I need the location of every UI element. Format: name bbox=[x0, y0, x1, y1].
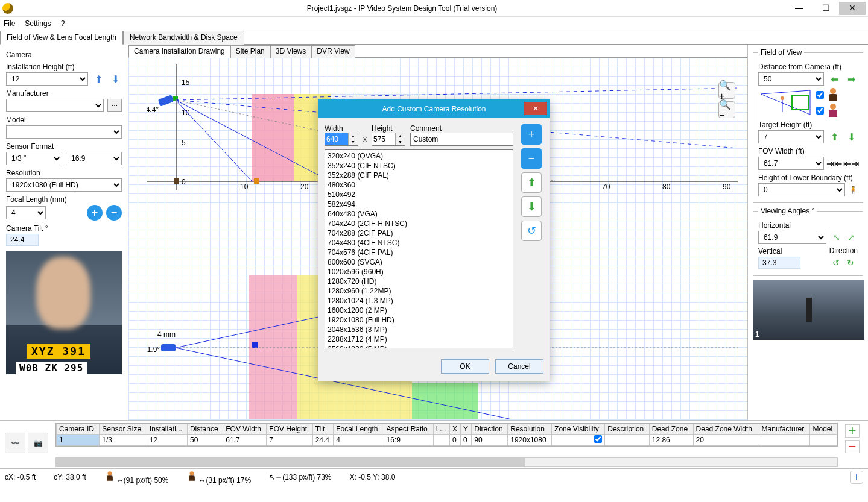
resolution-option[interactable]: 352x240 (CIF NTSC) bbox=[328, 161, 510, 171]
table-cell[interactable]: 61.7 bbox=[223, 435, 267, 446]
width-spinner[interactable]: ▲▼ bbox=[325, 133, 358, 146]
table-header[interactable]: Direction bbox=[472, 424, 508, 435]
table-cell[interactable]: 16:9 bbox=[384, 435, 433, 446]
lower-boundary-select[interactable]: 0 bbox=[758, 183, 845, 196]
resolution-listbox[interactable]: 320x240 (QVGA)352x240 (CIF NTSC)352x288 … bbox=[325, 149, 513, 348]
table-header[interactable]: Aspect Ratio bbox=[384, 424, 433, 435]
dialog-reset-button[interactable]: ↺ bbox=[521, 221, 542, 241]
resolution-option[interactable]: 704x480 (4CIF NTSC) bbox=[328, 238, 510, 248]
show-woman-checkbox[interactable] bbox=[816, 107, 824, 115]
height-up-arrow-icon[interactable]: ⬆ bbox=[92, 72, 105, 86]
table-cell[interactable]: 0 bbox=[461, 435, 472, 446]
resolution-option[interactable]: 704x288 (2CIF PAL) bbox=[328, 228, 510, 238]
cancel-button[interactable]: Cancel bbox=[495, 359, 543, 374]
table-header[interactable]: Y bbox=[461, 424, 472, 435]
table-cell[interactable]: 7 bbox=[267, 435, 312, 446]
table-cell[interactable]: 12.86 bbox=[649, 435, 693, 446]
table-cell[interactable]: 1/3 bbox=[100, 435, 147, 446]
table-header[interactable]: Zone Visibility bbox=[552, 424, 605, 435]
table-cell[interactable]: 4 bbox=[334, 435, 384, 446]
target-height-select[interactable]: 7 bbox=[758, 130, 824, 143]
table-header[interactable]: X bbox=[450, 424, 461, 435]
comment-input[interactable] bbox=[410, 133, 513, 146]
subtab-3dviews[interactable]: 3D Views bbox=[270, 45, 311, 58]
table-header[interactable]: Resolution bbox=[508, 424, 552, 435]
resolution-option[interactable]: 582x494 bbox=[328, 199, 510, 209]
menu-settings[interactable]: Settings bbox=[25, 19, 51, 28]
distance-right-arrow-icon[interactable]: ➡ bbox=[844, 72, 858, 86]
resolution-option[interactable]: 2288x1712 (4 MP) bbox=[328, 334, 510, 344]
menu-help[interactable]: ? bbox=[61, 19, 65, 28]
focal-length-select[interactable]: 4 bbox=[6, 206, 46, 219]
subtab-dvr[interactable]: DVR View bbox=[311, 45, 355, 58]
table-header[interactable]: Dead Zone Width bbox=[693, 424, 759, 435]
resolution-option[interactable]: 704x240 (2CIF-H NTSC) bbox=[328, 219, 510, 228]
table-cell[interactable]: 20 bbox=[693, 435, 759, 446]
focal-remove-button[interactable]: − bbox=[106, 205, 122, 221]
maximize-button[interactable]: ☐ bbox=[813, 2, 839, 15]
table-cell[interactable]: 90 bbox=[472, 435, 508, 446]
table-header[interactable]: Description bbox=[605, 424, 650, 435]
close-button[interactable]: ✕ bbox=[839, 2, 866, 15]
table-cell[interactable]: 50 bbox=[187, 435, 223, 446]
install-height-select[interactable]: 12 bbox=[6, 72, 88, 86]
cable-tool-icon[interactable]: 〰️ bbox=[5, 433, 25, 453]
table-cell[interactable]: 1920x1080 bbox=[508, 435, 552, 446]
height-down-arrow-icon[interactable]: ⬇ bbox=[109, 72, 122, 86]
resolution-option[interactable]: 1280x720 (HD) bbox=[328, 277, 510, 286]
manufacturer-browse-button[interactable]: ... bbox=[107, 99, 122, 112]
subtab-siteplan[interactable]: Site Plan bbox=[230, 45, 270, 58]
dialog-move-up-button[interactable]: ⬆ bbox=[521, 172, 542, 193]
target-up-arrow-icon[interactable]: ⬆ bbox=[828, 130, 841, 143]
table-cell[interactable]: 0 bbox=[450, 435, 461, 446]
resolution-option[interactable]: 2048x1536 (3 MP) bbox=[328, 325, 510, 334]
table-header[interactable]: L... bbox=[433, 424, 449, 435]
info-button[interactable]: i bbox=[850, 471, 863, 484]
table-header[interactable]: Model bbox=[810, 424, 837, 435]
dialog-remove-button[interactable]: − bbox=[521, 148, 542, 169]
height-spinner[interactable]: ▲▼ bbox=[372, 133, 405, 146]
resolution-option[interactable]: 480x360 bbox=[328, 180, 510, 190]
resolution-option[interactable]: 800x600 (SVGA) bbox=[328, 257, 510, 267]
resolution-option[interactable]: 1600x1200 (2 MP) bbox=[328, 306, 510, 315]
target-down-arrow-icon[interactable]: ⬇ bbox=[844, 130, 858, 143]
table-cell[interactable]: 1 bbox=[57, 435, 100, 446]
table-header[interactable]: Focal Length bbox=[334, 424, 384, 435]
horizontal-angle-select[interactable]: 61.9 bbox=[758, 231, 826, 244]
distance-left-arrow-icon[interactable]: ⬅ bbox=[828, 72, 841, 86]
fov-widen-icon[interactable]: ⇤⇥ bbox=[844, 157, 858, 170]
table-cell[interactable]: 12 bbox=[147, 435, 187, 446]
dialog-close-button[interactable]: ✕ bbox=[524, 102, 547, 115]
table-header[interactable]: FOV Width bbox=[223, 424, 267, 435]
add-row-button[interactable]: + bbox=[845, 424, 860, 438]
table-header[interactable]: Manufacturer bbox=[759, 424, 810, 435]
resolution-option[interactable]: 1020x596 (960H) bbox=[328, 267, 510, 277]
subtab-drawing[interactable]: Camera Installation Drawing bbox=[128, 45, 230, 58]
table-cell[interactable] bbox=[552, 435, 605, 446]
distance-select[interactable]: 50 bbox=[758, 72, 824, 86]
tab-bandwidth[interactable]: Network Bandwidth & Disk Space bbox=[123, 31, 244, 45]
dialog-move-down-button[interactable]: ⬇ bbox=[521, 196, 542, 217]
resolution-option[interactable]: 2560x1920 (5 MP) bbox=[328, 344, 510, 348]
table-header[interactable]: Camera ID bbox=[57, 424, 100, 435]
zoom-out-button[interactable]: 🔍− bbox=[718, 101, 735, 118]
resolution-select[interactable]: 1920x1080 (Full HD) bbox=[6, 178, 122, 192]
rotate-cw-icon[interactable]: ↻ bbox=[844, 256, 857, 269]
expand-out-icon[interactable]: ⤡ bbox=[830, 231, 843, 244]
focal-add-button[interactable]: + bbox=[87, 205, 103, 221]
table-cell[interactable] bbox=[433, 435, 449, 446]
table-cell[interactable] bbox=[810, 435, 837, 446]
table-cell[interactable] bbox=[605, 435, 650, 446]
expand-in-icon[interactable]: ⤢ bbox=[844, 231, 858, 244]
minimize-button[interactable]: — bbox=[786, 2, 813, 15]
resolution-option[interactable]: 1280x1024 (1.3 MP) bbox=[328, 296, 510, 306]
width-input[interactable] bbox=[325, 133, 348, 145]
zone-visibility-checkbox[interactable] bbox=[594, 435, 602, 443]
resolution-option[interactable]: 510x492 bbox=[328, 190, 510, 199]
manufacturer-select[interactable] bbox=[6, 99, 104, 112]
table-header[interactable]: FOV Height bbox=[267, 424, 312, 435]
tab-fov[interactable]: Field of View & Lens Focal Length bbox=[0, 31, 123, 45]
fov-width-select[interactable]: 61.7 bbox=[758, 157, 824, 170]
resolution-option[interactable]: 640x480 (VGA) bbox=[328, 209, 510, 219]
rotate-ccw-icon[interactable]: ↺ bbox=[829, 256, 843, 269]
